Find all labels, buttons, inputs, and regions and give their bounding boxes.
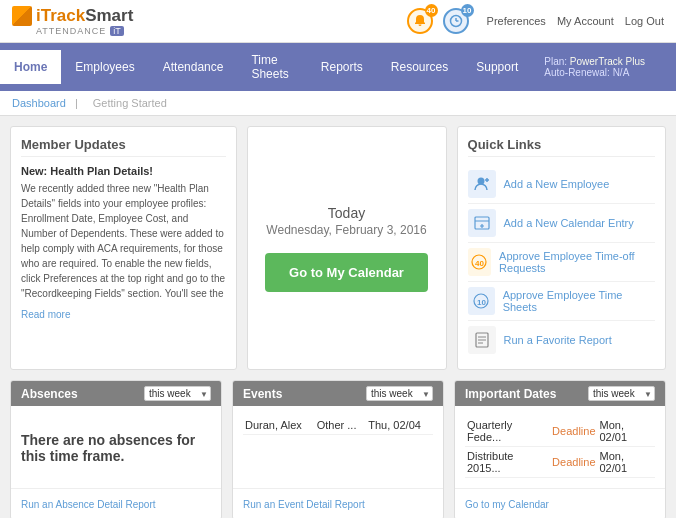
nav-time-sheets[interactable]: Time Sheets: [237, 43, 306, 91]
events-week-select-wrap[interactable]: this week last week this month: [366, 386, 433, 401]
auto-renewal-value: N/A: [613, 67, 630, 78]
date-name: Quarterly Fede...: [465, 416, 550, 447]
event-name: Duran, Alex: [243, 416, 315, 435]
date-type: Deadline: [550, 447, 597, 478]
date-name: Distribute 2015...: [465, 447, 550, 478]
important-dates-week-select-wrap[interactable]: this week last week this month: [588, 386, 655, 401]
plan-label: Plan:: [544, 56, 567, 67]
events-card: Events this week last week this month Du…: [232, 380, 444, 518]
nav-attendance[interactable]: Attendance: [149, 50, 238, 84]
absences-header: Absences this week last week this month: [11, 381, 221, 406]
absences-body: There are no absences for this time fram…: [11, 406, 221, 488]
quick-links-card: Quick Links Add a New Employee Add a New…: [457, 126, 666, 370]
quick-link-approve-timeoff[interactable]: 40 Approve Employee Time-off Requests: [468, 243, 655, 282]
notification-count: 40: [425, 4, 438, 17]
person-add-icon: [468, 170, 496, 198]
nav-employees[interactable]: Employees: [61, 50, 148, 84]
nav-support[interactable]: Support: [462, 50, 532, 84]
absences-week-select-wrap[interactable]: this week last week this month: [144, 386, 211, 401]
approve-timeoff-link[interactable]: Approve Employee Time-off Requests: [499, 250, 655, 274]
timesheet-badge[interactable]: 10: [443, 8, 469, 34]
absences-no-data: There are no absences for this time fram…: [21, 432, 211, 464]
important-dates-body: Quarterly Fede...DeadlineMon, 02/01Distr…: [455, 406, 665, 488]
update-text: We recently added three new "Health Plan…: [21, 181, 226, 301]
top-row: Member Updates New: Health Plan Details!…: [10, 126, 666, 370]
breadcrumb-separator: |: [75, 97, 78, 109]
top-links: Preferences My Account Log Out: [479, 15, 664, 27]
absences-week-select[interactable]: this week last week this month: [144, 386, 211, 401]
add-calendar-entry-link[interactable]: Add a New Calendar Entry: [504, 217, 634, 229]
date-type: Deadline: [550, 416, 597, 447]
plan-name-link[interactable]: PowerTrack Plus: [570, 56, 645, 67]
absences-card: Absences this week last week this month …: [10, 380, 222, 518]
nav-bar: Home Employees Attendance Time Sheets Re…: [0, 43, 676, 91]
svg-text:10: 10: [477, 298, 486, 307]
today-label: Today: [328, 205, 365, 221]
approve-timeoff-icon: 40: [468, 248, 492, 276]
logo-icon: [12, 6, 32, 26]
events-footer: Run an Event Detail Report: [233, 488, 443, 518]
important-dates-card: Important Dates this week last week this…: [454, 380, 666, 518]
event-date: Thu, 02/04: [366, 416, 433, 435]
event-type: Other ...: [315, 416, 367, 435]
timesheet-count: 10: [461, 4, 474, 17]
add-employee-link[interactable]: Add a New Employee: [504, 178, 610, 190]
logo-name: iTrackSmart: [36, 6, 133, 26]
events-body: Duran, AlexOther ...Thu, 02/04: [233, 406, 443, 488]
event-report-link[interactable]: Run an Event Detail Report: [243, 499, 365, 510]
quick-link-approve-timesheets[interactable]: 10 Approve Employee Time Sheets: [468, 282, 655, 321]
important-date-row: Quarterly Fede...DeadlineMon, 02/01: [465, 416, 655, 447]
go-to-calendar-link[interactable]: Go to my Calendar: [465, 499, 549, 510]
top-right-area: 40 10 Preferences My Account Log Out: [407, 8, 664, 34]
member-updates-card: Member Updates New: Health Plan Details!…: [10, 126, 237, 370]
events-title: Events: [243, 387, 282, 401]
quick-link-calendar-entry[interactable]: Add a New Calendar Entry: [468, 204, 655, 243]
absence-report-link[interactable]: Run an Absence Detail Report: [21, 499, 156, 510]
breadcrumb-getting-started: Getting Started: [93, 97, 167, 109]
member-updates-title: Member Updates: [21, 137, 226, 157]
important-dates-title: Important Dates: [465, 387, 556, 401]
important-dates-header: Important Dates this week last week this…: [455, 381, 665, 406]
quick-links-title: Quick Links: [468, 137, 655, 157]
event-row: Duran, AlexOther ...Thu, 02/04: [243, 416, 433, 435]
events-table: Duran, AlexOther ...Thu, 02/04: [243, 416, 433, 435]
plan-info: Plan: PowerTrack Plus Auto-Renewal: N/A: [532, 46, 676, 88]
nav-home[interactable]: Home: [0, 50, 61, 84]
important-date-row: Distribute 2015...DeadlineMon, 02/01: [465, 447, 655, 478]
bottom-row: Absences this week last week this month …: [10, 380, 666, 518]
nav-resources[interactable]: Resources: [377, 50, 462, 84]
today-card: Today Wednesday, February 3, 2016 Go to …: [247, 126, 447, 370]
absences-footer: Run an Absence Detail Report: [11, 488, 221, 518]
approve-timesheet-icon: 10: [468, 287, 495, 315]
log-out-link[interactable]: Log Out: [625, 15, 664, 27]
logo-area: iTrackSmart ATTENDANCE iT: [12, 6, 133, 36]
content-area: Member Updates New: Health Plan Details!…: [0, 116, 676, 518]
preferences-link[interactable]: Preferences: [487, 15, 546, 27]
auto-renewal-label: Auto-Renewal:: [544, 67, 610, 78]
important-dates-table: Quarterly Fede...DeadlineMon, 02/01Distr…: [465, 416, 655, 478]
events-header: Events this week last week this month: [233, 381, 443, 406]
read-more-link[interactable]: Read more: [21, 309, 226, 320]
today-date: Wednesday, February 3, 2016: [266, 223, 426, 237]
logo-badge: iT: [110, 26, 124, 36]
top-bar: iTrackSmart ATTENDANCE iT 40: [0, 0, 676, 43]
important-dates-footer: Go to my Calendar: [455, 488, 665, 518]
update-title: New: Health Plan Details!: [21, 165, 226, 177]
my-account-link[interactable]: My Account: [557, 15, 614, 27]
approve-timesheets-link[interactable]: Approve Employee Time Sheets: [503, 289, 655, 313]
go-to-calendar-button[interactable]: Go to My Calendar: [265, 253, 428, 292]
events-week-select[interactable]: this week last week this month: [366, 386, 433, 401]
bell-icon: [413, 14, 427, 28]
date-value: Mon, 02/01: [598, 447, 656, 478]
calendar-add-icon: [468, 209, 496, 237]
important-dates-week-select[interactable]: this week last week this month: [588, 386, 655, 401]
notification-badge[interactable]: 40: [407, 8, 433, 34]
run-report-link[interactable]: Run a Favorite Report: [504, 334, 612, 346]
nav-reports[interactable]: Reports: [307, 50, 377, 84]
quick-link-add-employee[interactable]: Add a New Employee: [468, 165, 655, 204]
clock-icon: [449, 14, 463, 28]
quick-link-run-report[interactable]: Run a Favorite Report: [468, 321, 655, 359]
svg-text:40: 40: [475, 259, 484, 268]
breadcrumb-dashboard[interactable]: Dashboard: [12, 97, 66, 109]
logo-sub: ATTENDANCE: [36, 26, 106, 36]
